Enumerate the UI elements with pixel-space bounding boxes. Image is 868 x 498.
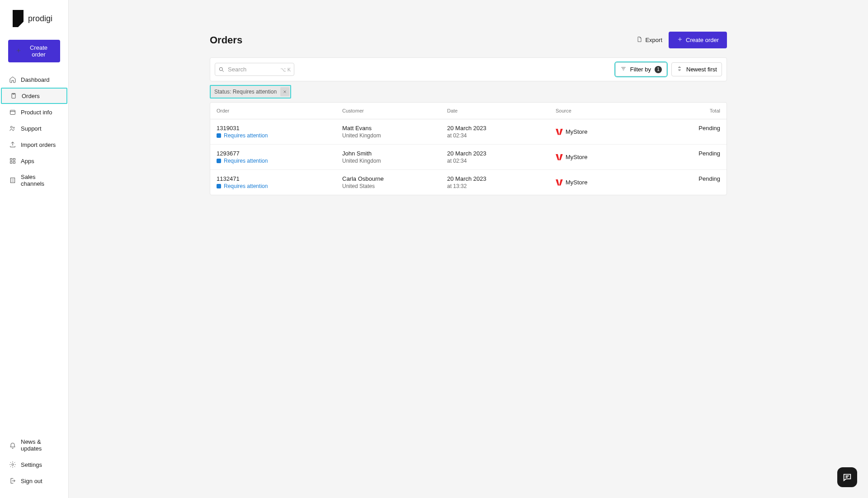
status-badge: Requires attention [217,132,342,139]
svg-rect-1 [10,110,15,114]
filter-count-badge: 1 [655,66,662,73]
filter-label: Filter by [630,66,651,73]
sidebar-item-settings[interactable]: Settings [0,456,68,473]
page-title: Orders [210,34,242,46]
create-order-button[interactable]: Create order [669,32,727,48]
plus-icon [15,47,22,55]
source-logo-icon [556,129,563,135]
customer-country: United Kingdom [342,158,447,164]
filter-chip-label: Status: Requires attention [211,87,280,97]
export-button[interactable]: Export [636,36,662,44]
file-icon [636,36,642,44]
chat-fab-button[interactable] [837,467,857,487]
order-total: Pending [673,125,720,139]
sidebar-nav: Dashboard Orders Product info Support Im… [0,71,68,434]
search-shortcut: ⌥ K [280,66,291,72]
signout-icon [9,477,16,484]
sort-icon [676,66,683,73]
sidebar: prodigi Create order Dashboard Orders Pr… [0,0,69,498]
svg-point-10 [219,67,222,70]
col-header-total: Total [673,108,720,113]
filter-icon [620,66,627,73]
order-time: at 13:32 [447,183,556,189]
people-icon [9,125,16,132]
table-header: Order Customer Date Source Total [210,103,726,119]
sidebar-item-support[interactable]: Support [0,120,68,136]
customer-name: John Smith [342,150,447,157]
order-time: at 02:34 [447,132,556,139]
filter-chip-remove-button[interactable] [280,87,289,96]
order-date: 20 March 2023 [447,125,556,132]
status-text: Requires attention [224,183,268,189]
sidebar-item-news[interactable]: News & updates [0,434,68,456]
sidebar-item-orders[interactable]: Orders [1,88,67,104]
home-icon [9,76,16,83]
table-row[interactable]: 1319031 Requires attention Matt Evans Un… [210,119,726,145]
sidebar-create-label: Create order [24,44,53,58]
sidebar-item-dashboard[interactable]: Dashboard [0,71,68,88]
source-name: MyStore [566,179,587,186]
building-icon [9,177,16,184]
customer-name: Carla Osbourne [342,175,447,182]
customer-name: Matt Evans [342,125,447,132]
toolbar: ⌥ K Filter by 1 Newest first [210,57,727,81]
sidebar-item-label: Sales channels [21,174,59,187]
brand-logo-icon [13,10,24,27]
sidebar-item-label: Sign out [21,478,42,484]
col-header-order: Order [217,108,342,113]
sidebar-item-label: Import orders [21,141,56,148]
logo-area: prodigi [0,0,68,35]
source-name: MyStore [566,128,587,135]
svg-rect-8 [10,178,14,183]
sidebar-item-product-info[interactable]: Product info [0,104,68,120]
svg-point-9 [12,464,14,465]
sidebar-item-sales-channels[interactable]: Sales channels [0,169,68,192]
sidebar-item-label: Settings [21,461,42,468]
order-id: 1319031 [217,125,342,132]
package-icon [9,108,16,116]
sidebar-item-label: Orders [22,93,40,99]
status-badge: Requires attention [217,158,342,164]
svg-rect-6 [10,161,12,163]
col-header-date: Date [447,108,556,113]
sidebar-create-order-button[interactable]: Create order [8,40,60,62]
table-row[interactable]: 1293677 Requires attention John Smith Un… [210,145,726,170]
customer-country: United States [342,183,447,189]
chat-icon [842,472,852,482]
table-row[interactable]: 1132471 Requires attention Carla Osbourn… [210,170,726,195]
sidebar-item-signout[interactable]: Sign out [0,473,68,489]
status-text: Requires attention [224,158,268,164]
svg-rect-4 [10,159,12,160]
sidebar-bottom-nav: News & updates Settings Sign out [0,434,68,498]
sidebar-item-label: Dashboard [21,76,50,83]
order-time: at 02:34 [447,158,556,164]
grid-icon [9,157,16,164]
sidebar-item-import-orders[interactable]: Import orders [0,136,68,153]
svg-point-2 [10,126,12,128]
order-date: 20 March 2023 [447,175,556,182]
sort-label: Newest first [686,66,717,73]
status-dot-icon [217,184,221,188]
status-dot-icon [217,159,221,163]
order-total: Pending [673,175,720,189]
sidebar-item-apps[interactable]: Apps [0,153,68,169]
page-header: Orders Export Create order [210,0,727,57]
sort-button[interactable]: Newest first [671,62,722,76]
sidebar-item-label: Product info [21,109,52,116]
col-header-source: Source [556,108,673,113]
customer-country: United Kingdom [342,132,447,139]
svg-rect-7 [13,161,15,163]
filter-chip-status: Status: Requires attention [210,85,291,99]
status-dot-icon [217,133,221,138]
filter-button[interactable]: Filter by 1 [615,62,667,76]
main-content: Orders Export Create order ⌥ K [69,0,868,498]
sidebar-item-label: Apps [21,158,34,164]
svg-rect-5 [13,159,15,160]
sidebar-item-label: Support [21,125,42,132]
bell-icon [9,442,16,449]
brand-name: prodigi [28,14,52,23]
status-badge: Requires attention [217,183,342,189]
gear-icon [9,461,16,468]
col-header-customer: Customer [342,108,447,113]
order-id: 1293677 [217,150,342,157]
